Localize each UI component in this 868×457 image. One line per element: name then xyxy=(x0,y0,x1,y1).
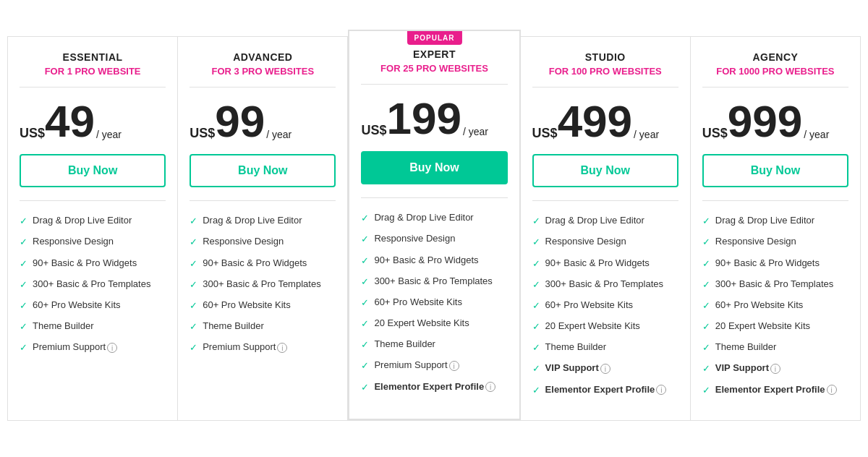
feature-text: Responsive Design xyxy=(545,235,626,248)
plan-col-agency: AGENCY FOR 1000 PRO WEBSITES US$ 999 / y… xyxy=(691,37,860,420)
info-icon[interactable]: i xyxy=(485,382,495,392)
feature-text: Responsive Design xyxy=(203,235,284,248)
price-line: US$ 199 / year xyxy=(361,96,507,141)
buy-now-button[interactable]: Buy Now xyxy=(361,151,507,184)
plan-subtitle: FOR 3 PRO WEBSITES xyxy=(190,66,336,77)
feature-text: 20 Expert Website Kits xyxy=(545,320,640,333)
price-area: US$ 49 / year Buy Now xyxy=(20,99,166,201)
check-icon: ✓ xyxy=(702,257,710,270)
feature-text: Theme Builder xyxy=(374,338,435,351)
buy-now-button[interactable]: Buy Now xyxy=(190,154,336,187)
feature-text: 60+ Pro Website Kits xyxy=(374,296,462,309)
check-icon: ✓ xyxy=(532,341,540,354)
feature-text: Premium Supporti xyxy=(374,359,459,372)
check-icon: ✓ xyxy=(20,236,27,249)
check-icon: ✓ xyxy=(190,215,197,228)
feature-item: ✓ 300+ Basic & Pro Templates xyxy=(20,278,166,291)
feature-item: ✓ 90+ Basic & Pro Widgets xyxy=(20,257,166,270)
price-currency: US$ xyxy=(20,127,45,140)
price-line: US$ 49 / year xyxy=(20,99,166,144)
plan-header: AGENCY FOR 1000 PRO WEBSITES xyxy=(702,51,848,87)
plan-name: AGENCY xyxy=(702,51,848,63)
feature-item: ✓ Responsive Design xyxy=(190,235,336,249)
feature-text: Premium Supporti xyxy=(33,341,117,354)
check-icon: ✓ xyxy=(361,212,369,225)
feature-text: Responsive Design xyxy=(33,235,114,248)
feature-text: Elementor Expert Profilei xyxy=(374,380,495,393)
feature-item: ✓ 90+ Basic & Pro Widgets xyxy=(190,257,336,270)
feature-text: 90+ Basic & Pro Widgets xyxy=(33,257,137,270)
check-icon: ✓ xyxy=(20,341,27,354)
feature-text: 300+ Basic & Pro Templates xyxy=(374,275,492,288)
feature-item: ✓ Drag & Drop Live Editor xyxy=(361,211,507,225)
feature-text: Drag & Drop Live Editor xyxy=(33,214,132,227)
feature-text: Drag & Drop Live Editor xyxy=(203,214,302,227)
info-icon[interactable]: i xyxy=(107,343,117,353)
feature-item: ✓ Premium Supporti xyxy=(20,341,166,354)
info-icon[interactable]: i xyxy=(770,364,780,374)
plan-header: EXPERT FOR 25 PRO WEBSITES xyxy=(361,48,507,85)
feature-item: ✓ 20 Expert Website Kits xyxy=(361,317,507,330)
buy-now-button[interactable]: Buy Now xyxy=(702,154,848,187)
feature-text: VIP Supporti xyxy=(715,362,780,375)
feature-text: 300+ Basic & Pro Templates xyxy=(203,278,320,291)
feature-text: Drag & Drop Live Editor xyxy=(374,211,473,224)
feature-text: 90+ Basic & Pro Widgets xyxy=(545,257,650,270)
plan-name: STUDIO xyxy=(532,51,678,63)
check-icon: ✓ xyxy=(190,257,197,270)
info-icon[interactable]: i xyxy=(827,385,837,395)
plan-subtitle: FOR 1 PRO WEBSITE xyxy=(20,66,166,77)
feature-item: ✓ Responsive Design xyxy=(361,232,507,246)
plan-header: ESSENTIAL FOR 1 PRO WEBSITE xyxy=(20,51,166,87)
feature-item: ✓ Theme Builder xyxy=(361,338,507,351)
feature-item: ✓ Drag & Drop Live Editor xyxy=(190,214,336,228)
feature-item: ✓ Drag & Drop Live Editor xyxy=(702,214,848,228)
feature-text: 60+ Pro Website Kits xyxy=(715,299,804,312)
check-icon: ✓ xyxy=(702,384,710,397)
feature-text: 300+ Basic & Pro Templates xyxy=(715,278,833,291)
check-icon: ✓ xyxy=(361,338,369,351)
buy-now-button[interactable]: Buy Now xyxy=(20,154,166,187)
price-currency: US$ xyxy=(532,127,558,140)
features-list: ✓ Drag & Drop Live Editor ✓ Responsive D… xyxy=(20,214,166,354)
feature-text: Elementor Expert Profilei xyxy=(545,383,667,396)
feature-item: ✓ Theme Builder xyxy=(702,341,848,354)
feature-text: 300+ Basic & Pro Templates xyxy=(545,278,663,291)
check-icon: ✓ xyxy=(702,341,710,354)
feature-text: 20 Expert Website Kits xyxy=(374,317,469,330)
check-icon: ✓ xyxy=(20,299,27,312)
price-area: US$ 999 / year Buy Now xyxy=(702,99,848,201)
info-icon[interactable]: i xyxy=(449,361,459,371)
price-period: / year xyxy=(266,129,292,140)
check-icon: ✓ xyxy=(532,384,540,397)
feature-item: ✓ 20 Expert Website Kits xyxy=(702,320,848,333)
plan-subtitle: FOR 1000 PRO WEBSITES xyxy=(702,66,848,77)
check-icon: ✓ xyxy=(190,320,197,333)
check-icon: ✓ xyxy=(702,299,710,312)
price-line: US$ 499 / year xyxy=(532,99,678,144)
features-list: ✓ Drag & Drop Live Editor ✓ Responsive D… xyxy=(702,214,848,397)
feature-item: ✓ Elementor Expert Profilei xyxy=(532,383,678,397)
check-icon: ✓ xyxy=(532,257,540,270)
feature-item: ✓ Elementor Expert Profilei xyxy=(702,383,848,397)
feature-text: Premium Supporti xyxy=(203,341,287,354)
feature-text: 60+ Pro Website Kits xyxy=(33,299,121,312)
info-icon[interactable]: i xyxy=(277,343,287,353)
feature-item: ✓ Theme Builder xyxy=(20,320,166,333)
check-icon: ✓ xyxy=(361,276,369,289)
check-icon: ✓ xyxy=(361,255,369,268)
feature-item: ✓ Responsive Design xyxy=(702,235,848,249)
feature-text: Theme Builder xyxy=(33,320,94,333)
info-icon[interactable]: i xyxy=(656,385,666,395)
check-icon: ✓ xyxy=(20,320,27,333)
feature-text: Drag & Drop Live Editor xyxy=(715,214,814,227)
feature-item: ✓ Theme Builder xyxy=(532,341,678,354)
feature-item: ✓ Drag & Drop Live Editor xyxy=(20,214,166,228)
info-icon[interactable]: i xyxy=(600,364,610,374)
check-icon: ✓ xyxy=(361,296,369,309)
price-amount: 199 xyxy=(386,96,461,141)
buy-now-button[interactable]: Buy Now xyxy=(532,154,678,187)
feature-item: ✓ Premium Supporti xyxy=(361,359,507,372)
check-icon: ✓ xyxy=(190,299,197,312)
popular-badge: POPULAR xyxy=(407,31,462,45)
